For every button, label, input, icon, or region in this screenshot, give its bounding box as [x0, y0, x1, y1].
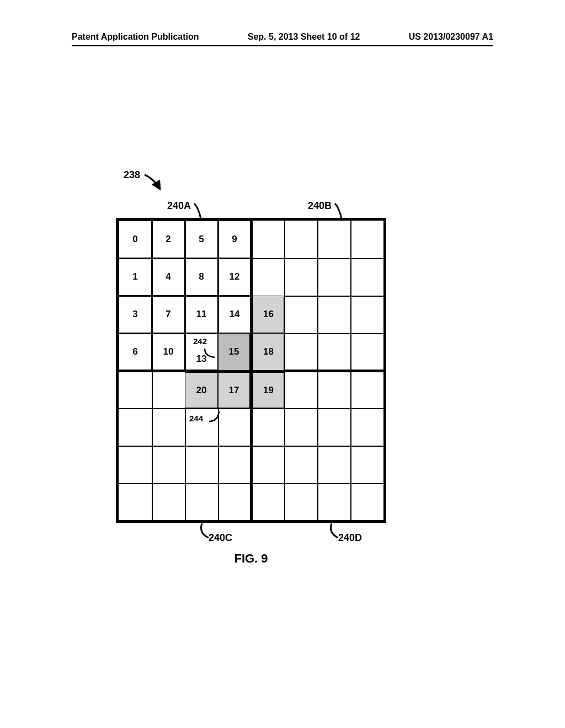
cell-3-3: 15	[218, 333, 250, 371]
cell-4-4: 19	[253, 372, 284, 408]
cell-3-0: 6	[119, 333, 152, 371]
cell-0-0: 0	[119, 221, 152, 258]
page-header: Patent Application Publication Sep. 5, 2…	[72, 32, 493, 42]
hook-242-icon	[204, 347, 217, 360]
cell-1-2: 8	[185, 258, 218, 296]
figure-caption: FIG. 9	[234, 552, 268, 566]
ref-240d: 240D	[338, 532, 362, 544]
figure-9: 238 240A 240B	[116, 163, 386, 468]
cell-2-0: 3	[119, 296, 152, 333]
ref-238: 238	[124, 169, 140, 181]
header-center: Sep. 5, 2013 Sheet 10 of 12	[248, 32, 360, 42]
cell-0-2: 5	[185, 221, 218, 258]
ref-240b: 240B	[308, 200, 332, 212]
cell-2-2: 11	[185, 296, 218, 333]
cell-2-4: 16	[253, 296, 284, 333]
hook-244-icon	[208, 410, 221, 424]
cell-4-2: 20	[185, 372, 218, 408]
cell-4-3: 17	[218, 372, 250, 408]
header-left: Patent Application Publication	[72, 32, 199, 42]
cell-1-1: 4	[152, 258, 185, 296]
cell-1-0: 1	[119, 258, 152, 296]
grid: 0 2 5 9 1 4 8 12 3 7 11 14 16 6 10 13 15…	[116, 218, 386, 523]
cell-2-3: 14	[218, 296, 251, 333]
header-right: US 2013/0230097 A1	[409, 32, 493, 42]
cell-3-4: 18	[253, 333, 284, 371]
arrow-238-icon	[143, 174, 166, 196]
cell-3-1: 10	[152, 333, 185, 371]
ref-244: 244	[189, 414, 203, 423]
ref-240a: 240A	[167, 200, 191, 212]
cell-0-1: 2	[152, 221, 185, 258]
ref-240c: 240C	[209, 532, 232, 544]
cell-1-3: 12	[218, 258, 251, 296]
ref-242: 242	[193, 336, 207, 346]
header-rule	[72, 45, 493, 46]
cell-0-3: 9	[218, 221, 251, 258]
cell-2-1: 7	[152, 296, 185, 333]
